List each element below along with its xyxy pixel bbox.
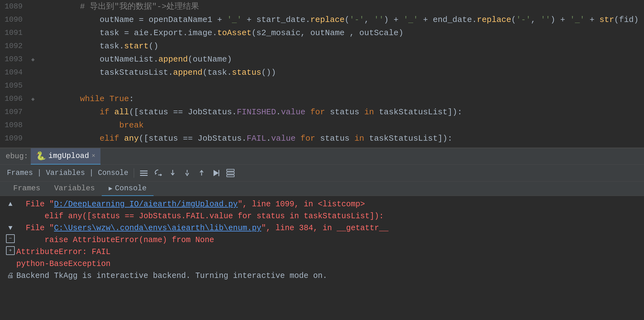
toolbar-btn-step-over[interactable] [152, 167, 165, 179]
console-line-1: ▲ File "D:/DeepLearning_IO/aiearth/imgUp… [0, 198, 644, 210]
subtab-frames-label: Frames [13, 184, 40, 193]
debug-label: ebug: [3, 152, 31, 160]
subtab-variables-label: Variables [54, 184, 95, 193]
line-num-1096: 1096 [0, 92, 28, 106]
toolbar-sep-1 [134, 168, 134, 178]
svg-rect-0 [140, 171, 148, 171]
fold-1096: ◆ [28, 92, 38, 106]
fold-icon-1096[interactable]: ◆ [31, 96, 35, 102]
console-line-5: + AttributeError: FAIL [0, 246, 644, 258]
fold-1093: ◆ [28, 52, 38, 66]
debug-tab-python-icon: 🐍 [36, 151, 46, 161]
code-content-1099: elif any([status == JobStatus.FAIL.value… [38, 132, 644, 145]
console-text-1: File "D:/DeepLearning_IO/aiearth/imgUplo… [16, 198, 640, 210]
code-line-1094: 1094 taskStatusList.append(task.status()… [0, 66, 644, 79]
line-num-1091: 1091 [0, 26, 28, 40]
code-line-1098: 1098 break [0, 119, 644, 132]
code-content-1097: if all([status == JobStatus.FINISHED.val… [38, 106, 644, 119]
console-gutter-4: − [4, 234, 16, 243]
code-content-1090: outName = openDataName1 + '_' + start_da… [38, 13, 644, 26]
console-gutter-5: + [4, 246, 16, 255]
code-content-1093: outNameList.append(outName) [38, 53, 644, 66]
debug-subtabs: Frames Variables ▶ Console [0, 182, 644, 196]
code-lines: 1089 # 导出到"我的数据"->处理结果 1090 outName = op… [0, 0, 644, 148]
subtab-variables[interactable]: Variables [47, 182, 102, 196]
line-num-1093: 1093 [0, 53, 28, 66]
print-icon: 🖨 [7, 270, 14, 282]
code-content-1094: taskStatusList.append(task.status()) [38, 66, 644, 79]
file-link-2[interactable]: C:\Users\wzw\.conda\envs\aiearth\lib\enu… [54, 224, 261, 233]
console-text-6: python-BaseException [16, 258, 640, 270]
file-link-1[interactable]: D:/DeepLearning_IO/aiearth/imgUpload.py [54, 200, 238, 209]
code-line-1093: 1093 ◆ outNameList.append(outName) [0, 53, 644, 66]
code-line-1099: 1099 elif any([status == JobStatus.FAIL.… [0, 132, 644, 145]
code-content-1092: task.start() [38, 40, 644, 53]
collapse-icon[interactable]: − [6, 234, 15, 243]
svg-rect-11 [227, 172, 234, 174]
up-arrow-icon: ▲ [8, 198, 12, 210]
debug-tab-close[interactable]: × [92, 152, 95, 160]
toolbar-btn-step-out[interactable] [195, 167, 208, 179]
toolbar-btn-settings[interactable] [224, 167, 237, 179]
code-line-1096: 1096 ◆ while True: [0, 92, 644, 106]
svg-rect-12 [227, 175, 234, 177]
console-text-4: raise AttributeError(name) from None [16, 234, 640, 246]
svg-rect-1 [140, 173, 148, 174]
code-content-1100: raise ValueError(f"expert image Error") [38, 145, 644, 148]
code-content-1096: while True: [38, 92, 644, 106]
console-text-7: Backend TkAgg is interactive backend. Tu… [16, 270, 640, 282]
code-content-1091: task = aie.Export.image.toAsset(s2_mosai… [38, 26, 644, 40]
debug-panel: ebug: 🐍 imgUpload × Frames | Variables |… [0, 148, 644, 307]
line-num-1092: 1092 [0, 40, 28, 53]
toolbar-btn-step-into-my[interactable] [181, 167, 194, 179]
console-line-2: elif any([status == JobStatus.FAIL.value… [0, 210, 644, 222]
svg-rect-10 [227, 169, 234, 171]
debug-tabbar: ebug: 🐍 imgUpload × [0, 148, 644, 165]
svg-marker-8 [214, 170, 219, 176]
debug-tab-name: imgUpload [48, 152, 89, 160]
console-line-7: 🖨 Backend TkAgg is interactive backend. … [0, 270, 644, 282]
code-line-1091: 1091 task = aie.Export.image.toAsset(s2_… [0, 26, 644, 40]
subtab-frames[interactable]: Frames [6, 182, 47, 196]
console-text-5: AttributeError: FAIL [16, 246, 640, 258]
svg-rect-2 [140, 175, 148, 176]
code-line-1097: 1097 if all([status == JobStatus.FINISHE… [0, 106, 644, 119]
code-line-1089: 1089 # 导出到"我的数据"->处理结果 [0, 0, 644, 13]
toolbar-btn-menu[interactable] [137, 167, 150, 179]
debug-tab-imgupload[interactable]: 🐍 imgUpload × [31, 148, 100, 165]
code-line-1090: 1090 outName = openDataName1 + '_' + sta… [0, 13, 644, 26]
console-gutter-up[interactable]: ▲ [4, 198, 16, 210]
console-line-4: − raise AttributeError(name) from None [0, 234, 644, 246]
fold-icon-1093[interactable]: ◆ [31, 57, 35, 63]
debug-toolbar: Frames | Variables | Console [0, 165, 644, 182]
line-num-1097: 1097 [0, 106, 28, 119]
console-text-2: elif any([status == JobStatus.FAIL.value… [16, 210, 640, 222]
console-gutter-print: 🖨 [4, 270, 16, 282]
code-line-1092: 1092 task.start() [0, 40, 644, 53]
line-num-1090: 1090 [0, 13, 28, 26]
line-num-1100: 1100 [0, 145, 28, 148]
code-content-1098: break [38, 119, 644, 132]
toolbar-btn-step-into[interactable] [166, 167, 179, 179]
console-output: ▲ File "D:/DeepLearning_IO/aiearth/imgUp… [0, 196, 644, 307]
toolbar-btn-run-to-cursor[interactable] [209, 167, 223, 179]
code-editor: 1089 # 导出到"我的数据"->处理结果 1090 outName = op… [0, 0, 644, 148]
subtab-console[interactable]: ▶ Console [102, 182, 154, 196]
line-num-1099: 1099 [0, 132, 28, 145]
line-num-1089: 1089 [0, 0, 28, 13]
expand-icon[interactable]: + [6, 246, 15, 255]
console-line-6: python-BaseException [0, 258, 644, 270]
toolbar-section-label: Frames | Variables | Console [4, 169, 131, 177]
subtab-console-label: Console [115, 184, 147, 193]
line-num-1098: 1098 [0, 119, 28, 132]
console-text-3: File "C:\Users\wzw\.conda\envs\aiearth\l… [16, 222, 640, 234]
console-icon: ▶ [109, 184, 112, 192]
line-num-1094: 1094 [0, 66, 28, 79]
console-line-3: ▼ File "C:\Users\wzw\.conda\envs\aiearth… [0, 222, 644, 234]
code-content-1089: # 导出到"我的数据"->处理结果 [38, 0, 644, 13]
line-num-1095: 1095 [0, 79, 28, 92]
code-line-1095: 1095 [0, 79, 644, 92]
code-line-1100: 1100 raise ValueError(f"expert image Err… [0, 145, 644, 148]
